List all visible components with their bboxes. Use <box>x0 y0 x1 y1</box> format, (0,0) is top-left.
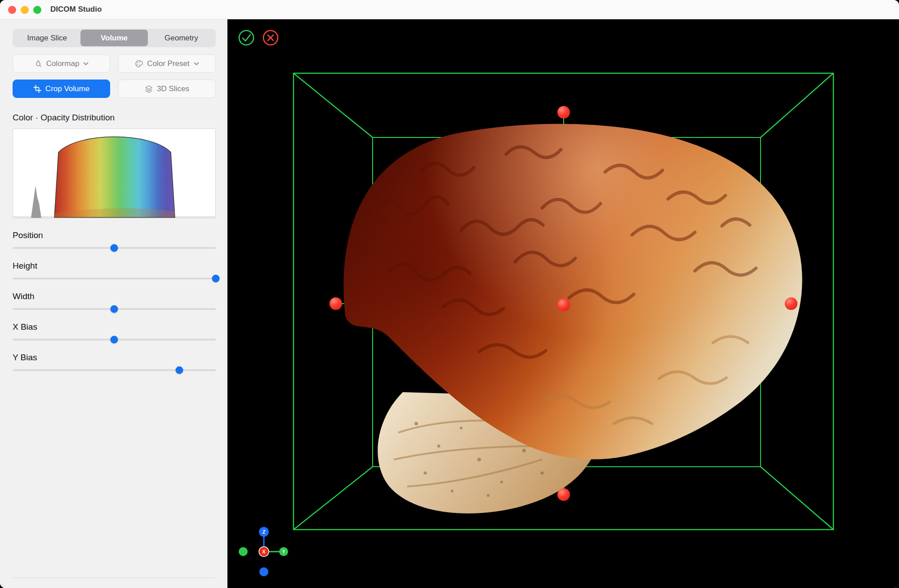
app-window: DICOM Studio Image Slice Volume Geometry… <box>0 0 899 588</box>
mode-tabs: Image Slice Volume Geometry <box>13 29 216 47</box>
slider-y-bias-label: Y Bias <box>13 353 216 363</box>
slider-position-track[interactable] <box>13 247 216 249</box>
sidebar: Image Slice Volume Geometry Colormap <box>0 19 227 588</box>
slider-position-label: Position <box>13 230 216 240</box>
axis-neg-y-sphere[interactable] <box>239 547 248 556</box>
3d-slices-button[interactable]: 3D Slices <box>118 80 216 98</box>
slider-x-bias-label: X Bias <box>13 322 216 332</box>
axis-x-label: X <box>262 549 266 554</box>
crop-volume-button[interactable]: Crop Volume <box>13 80 110 98</box>
render-canvas[interactable]: Z X Y <box>227 19 899 588</box>
slider-width: Width <box>13 292 216 310</box>
slider-y-bias: Y Bias <box>13 353 216 371</box>
crop-handle-right[interactable] <box>785 297 797 310</box>
tab-volume[interactable]: Volume <box>80 30 147 46</box>
main-content: Image Slice Volume Geometry Colormap <box>0 19 899 588</box>
crop-handle-top[interactable] <box>557 106 570 119</box>
distribution-graph <box>13 129 216 218</box>
crop-handle-center[interactable] <box>557 299 570 311</box>
axis-orientation-gizmo[interactable]: Z X Y <box>239 527 288 576</box>
axis-neg-z-sphere[interactable] <box>259 567 268 576</box>
opacity-transfer-dome[interactable] <box>54 137 175 218</box>
color-preset-dropdown[interactable]: Color Preset <box>118 54 216 73</box>
cancel-crop-button[interactable] <box>263 31 278 45</box>
minimize-window-button[interactable] <box>21 6 29 14</box>
close-window-button[interactable] <box>8 6 16 14</box>
confirm-crop-button[interactable] <box>239 31 254 45</box>
slider-height-label: Height <box>13 261 216 271</box>
titlebar: DICOM Studio <box>0 0 899 19</box>
slider-x-bias: X Bias <box>13 322 216 340</box>
zoom-window-button[interactable] <box>33 6 41 14</box>
brain-volume-render <box>343 124 802 513</box>
colormap-dropdown[interactable]: Colormap <box>13 54 110 73</box>
slider-y-bias-track[interactable] <box>13 369 216 371</box>
slider-width-label: Width <box>13 292 216 301</box>
layers-icon <box>145 85 153 93</box>
3d-slices-label: 3D Slices <box>157 84 189 93</box>
tool-buttons: Colormap Color Preset <box>13 54 216 98</box>
slider-x-bias-track[interactable] <box>13 339 216 340</box>
color-opacity-distribution-panel[interactable] <box>13 128 216 218</box>
chevron-down-icon <box>83 62 89 66</box>
chevron-down-icon <box>194 62 199 66</box>
crop-icon <box>33 85 41 93</box>
window-controls <box>8 6 41 14</box>
x-icon <box>268 35 273 40</box>
slider-y-bias-handle[interactable] <box>175 367 183 374</box>
histogram-spike <box>31 186 41 218</box>
axis-y-label: Y <box>282 549 285 554</box>
paint-drop-icon <box>34 60 42 68</box>
slider-x-bias-handle[interactable] <box>111 336 118 344</box>
tab-image-slice[interactable]: Image Slice <box>13 30 80 46</box>
colormap-label: Colormap <box>46 59 80 68</box>
crop-handle-bottom[interactable] <box>557 488 570 501</box>
slider-height-handle[interactable] <box>212 275 220 283</box>
crop-handle-left[interactable] <box>329 297 342 310</box>
window-title: DICOM Studio <box>50 5 102 14</box>
slider-position-handle[interactable] <box>111 244 118 252</box>
palette-icon <box>135 60 143 68</box>
slider-height: Height <box>13 261 216 279</box>
color-preset-label: Color Preset <box>147 59 189 68</box>
slider-width-track[interactable] <box>13 308 216 310</box>
check-icon <box>243 35 250 41</box>
tab-geometry[interactable]: Geometry <box>148 30 215 46</box>
slider-width-handle[interactable] <box>111 305 118 313</box>
distribution-title: Color · Opacity Distribution <box>13 113 216 123</box>
slider-height-track[interactable] <box>13 278 216 279</box>
axis-z-label: Z <box>263 529 266 535</box>
crop-volume-label: Crop Volume <box>45 84 89 93</box>
render-viewport[interactable]: Z X Y <box>227 19 899 588</box>
slider-position: Position <box>13 230 216 249</box>
